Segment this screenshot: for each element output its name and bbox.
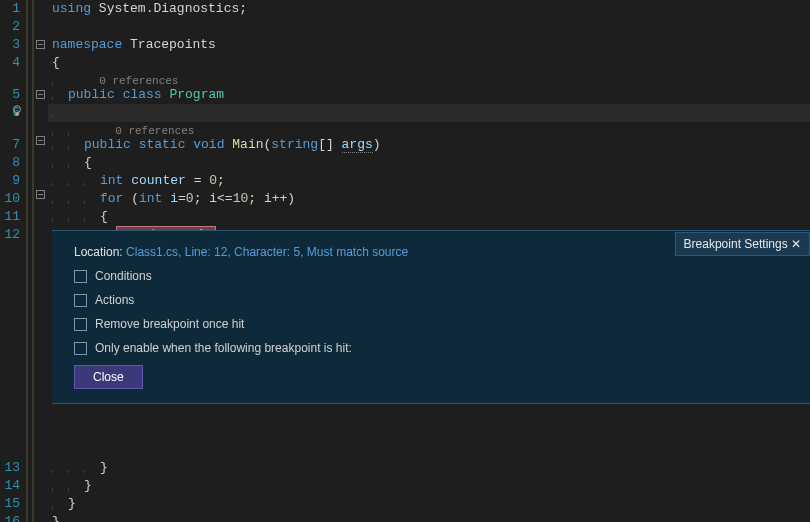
line-number: 9 <box>0 172 20 190</box>
fold-toggle-icon[interactable] <box>36 136 45 145</box>
line-number: 12 <box>0 226 20 244</box>
fold-toggle-icon[interactable] <box>36 90 45 99</box>
fold-toggle-icon[interactable] <box>36 40 45 49</box>
conditions-label: Conditions <box>95 269 152 283</box>
namespace-ref: System.Diagnostics <box>99 1 239 16</box>
breakpoint-settings-tab[interactable]: Breakpoint Settings ✕ <box>675 232 810 256</box>
actions-row[interactable]: Actions <box>74 293 788 307</box>
location-value: Class1.cs, Line: 12, Character: 5, Must … <box>126 245 408 259</box>
actions-label: Actions <box>95 293 134 307</box>
line-number: 1 <box>0 0 20 18</box>
close-icon[interactable]: ✕ <box>791 237 801 251</box>
only-enable-row[interactable]: Only enable when the following breakpoin… <box>74 341 788 355</box>
svg-point-0 <box>14 106 21 113</box>
line-number: 10 <box>0 190 20 208</box>
checkbox-icon[interactable] <box>74 294 87 307</box>
line-number: 3 <box>0 36 20 54</box>
fold-toggle-icon[interactable] <box>36 190 45 199</box>
close-button[interactable]: Close <box>74 365 143 389</box>
current-line-highlight <box>48 104 810 122</box>
checkbox-icon[interactable] <box>74 342 87 355</box>
line-number: 2 <box>0 18 20 36</box>
line-number: 15 <box>0 495 20 513</box>
line-number-gutter: 1 2 3 4 5 6 7 8 9 10 11 12 13 14 15 16 <box>0 0 28 522</box>
checkbox-icon[interactable] <box>74 270 87 283</box>
line-number: 16 <box>0 513 20 522</box>
svg-rect-1 <box>15 113 19 116</box>
namespace-name: Tracepoints <box>130 37 216 52</box>
conditions-row[interactable]: Conditions <box>74 269 788 283</box>
lightbulb-icon[interactable] <box>10 104 24 118</box>
line-number: 11 <box>0 208 20 226</box>
breakpoint-settings-panel: Location: Class1.cs, Line: 12, Character… <box>52 230 810 404</box>
line-number: 13 <box>0 459 20 477</box>
fold-column <box>34 0 48 522</box>
keyword: using <box>52 1 91 16</box>
checkbox-icon[interactable] <box>74 318 87 331</box>
method-name: Main <box>232 137 263 152</box>
keyword: namespace <box>52 37 122 52</box>
location-label: Location: <box>74 245 123 259</box>
breakpoint-settings-label: Breakpoint Settings <box>684 237 788 251</box>
remove-once-hit-row[interactable]: Remove breakpoint once hit <box>74 317 788 331</box>
line-number: 4 <box>0 54 20 72</box>
only-enable-label: Only enable when the following breakpoin… <box>95 341 352 355</box>
line-number: 8 <box>0 154 20 172</box>
line-number: 14 <box>0 477 20 495</box>
line-number: 5 <box>0 86 20 104</box>
line-number: 7 <box>0 136 20 154</box>
remove-once-hit-label: Remove breakpoint once hit <box>95 317 244 331</box>
class-name: Program <box>169 87 224 102</box>
